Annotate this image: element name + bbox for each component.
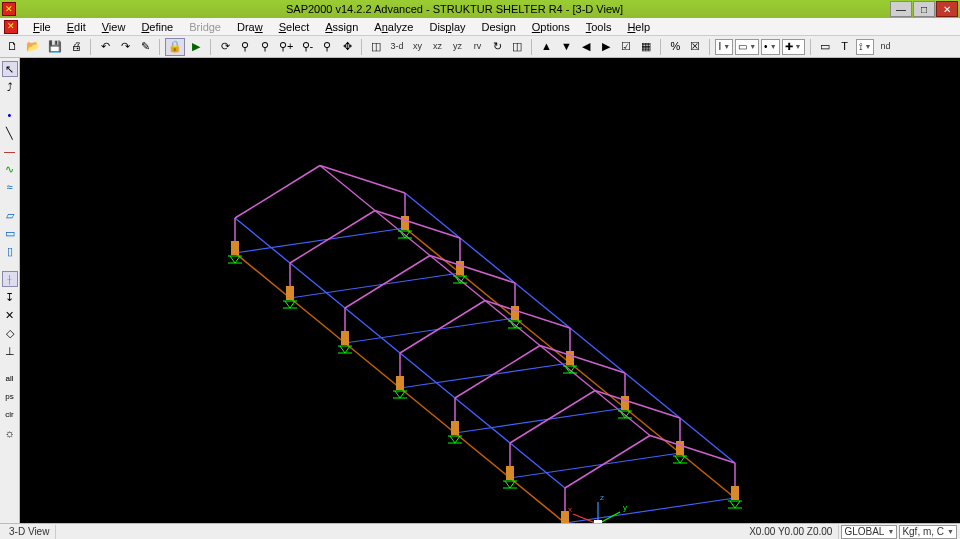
svg-line-60 [510, 453, 680, 478]
assign-i-icon: I [718, 41, 721, 52]
nudge-button[interactable]: nd [876, 38, 894, 56]
undo-button[interactable]: ↶ [96, 38, 114, 56]
move-down-button[interactable]: ▼ [557, 38, 575, 56]
status-units-dropdown[interactable]: Kgf, m, C▼ [899, 525, 957, 539]
rubberband-button[interactable]: ⟳ [216, 38, 234, 56]
save-button[interactable]: 💾 [45, 38, 65, 56]
quick-secondary-tool[interactable]: ≈ [2, 179, 18, 195]
down-icon: ▼ [561, 41, 572, 52]
assign-i-dropdown[interactable]: I▼ [715, 39, 733, 55]
rotate-3d-button[interactable]: ↻ [488, 38, 506, 56]
snap3-icon: ✕ [5, 310, 14, 321]
intersect-select-tool[interactable]: ☼ [2, 425, 18, 441]
status-coordinates: X0.00 Y0.00 Z0.00 [743, 525, 839, 539]
draw-special-joint-tool[interactable]: • [2, 107, 18, 123]
view-3d-button[interactable]: 3-d [387, 38, 406, 56]
menu-view[interactable]: View [95, 20, 133, 34]
svg-line-43 [345, 256, 430, 309]
model-view-3d[interactable]: x y z [20, 58, 960, 523]
draw-rect-area-tool[interactable]: ▭ [2, 225, 18, 241]
move-right-button[interactable]: ▶ [597, 38, 615, 56]
snap4-icon: ◇ [6, 328, 14, 339]
showall-icon: ☒ [690, 41, 700, 52]
run-analysis-button[interactable]: ▶ [187, 38, 205, 56]
menu-help[interactable]: Help [620, 20, 657, 34]
menu-display[interactable]: Display [422, 20, 472, 34]
pointer-tool[interactable]: ↖ [2, 61, 18, 77]
reshape-tool[interactable]: ⤴ [2, 79, 18, 95]
line2-icon: — [4, 146, 15, 157]
prev-select-tool[interactable]: ps [2, 389, 18, 405]
object-shrink-button[interactable]: ☑ [617, 38, 635, 56]
rubberband-icon: ⟳ [221, 41, 230, 52]
pan-button[interactable]: ✥ [338, 38, 356, 56]
perspective-button[interactable]: ◫ [508, 38, 526, 56]
print-button[interactable]: 🖨 [67, 38, 85, 56]
draw-poly-area-tool[interactable]: ▱ [2, 207, 18, 223]
menu-select[interactable]: Select [272, 20, 317, 34]
clear-select-tool[interactable]: clr [2, 407, 18, 423]
set-display-button[interactable]: ◫ [367, 38, 385, 56]
menu-tools[interactable]: Tools [579, 20, 619, 34]
svg-line-48 [400, 301, 485, 354]
zoom-all-icon: ⚲ [323, 41, 331, 52]
status-coord-system-dropdown[interactable]: GLOBAL▼ [841, 525, 897, 539]
menu-define[interactable]: Define [134, 20, 180, 34]
window-close-button[interactable]: ✕ [936, 1, 958, 17]
window-maximize-button[interactable]: □ [913, 1, 935, 17]
move-left-button[interactable]: ◀ [577, 38, 595, 56]
snap-line-tool[interactable]: ⊥ [2, 343, 18, 359]
assign-r-dropdown[interactable]: ✚▼ [782, 39, 805, 55]
snap-point-tool[interactable]: ⟊ [2, 271, 18, 287]
menu-file[interactable]: File [26, 20, 58, 34]
grid2-icon: ▦ [641, 41, 651, 52]
menu-options[interactable]: Options [525, 20, 577, 34]
open-button[interactable]: 📂 [23, 38, 43, 56]
zoom-restore-button[interactable]: ⚲ [236, 38, 254, 56]
zoom-in-button[interactable]: ⚲+ [276, 38, 296, 56]
snap-perp-tool[interactable]: ◇ [2, 325, 18, 341]
frame1-button[interactable]: ▭ [816, 38, 834, 56]
view-rv-button[interactable]: rv [468, 38, 486, 56]
zoom-prev-button[interactable]: ⚲ [256, 38, 274, 56]
menu-analyze[interactable]: Analyze [367, 20, 420, 34]
display-icon: ◫ [371, 41, 381, 52]
svg-line-12 [515, 283, 570, 328]
quick-brace-tool[interactable]: ∿ [2, 161, 18, 177]
menu-draw[interactable]: Draw [230, 20, 270, 34]
reshape-icon: ⤴ [7, 82, 13, 93]
redo-button[interactable]: ↷ [116, 38, 134, 56]
set-limits-button[interactable]: % [666, 38, 684, 56]
clr-label: clr [5, 411, 13, 419]
select-all-tool[interactable]: all [2, 371, 18, 387]
new-button[interactable]: 🗋 [3, 38, 21, 56]
svg-line-45 [345, 318, 515, 343]
snap-intersect-tool[interactable]: ✕ [2, 307, 18, 323]
menu-edit[interactable]: Edit [60, 20, 93, 34]
view-xy-button[interactable]: xy [408, 38, 426, 56]
move-up-button[interactable]: ▲ [537, 38, 555, 56]
element-label-button[interactable]: ▦ [637, 38, 655, 56]
workspace: ↖ ⤴ • ╲ — ∿ ≈ ▱ ▭ ▯ ⟊ ↧ ✕ ◇ ⊥ all ps clr… [0, 58, 960, 523]
frame-t-button[interactable]: T [836, 38, 854, 56]
quick-frame-tool[interactable]: — [2, 143, 18, 159]
quick-area-tool[interactable]: ▯ [2, 243, 18, 259]
snap-midpoint-tool[interactable]: ↧ [2, 289, 18, 305]
lock-button[interactable]: 🔒 [165, 38, 185, 56]
show-undeformed-button[interactable]: ☒ [686, 38, 704, 56]
draw-frame-tool[interactable]: ╲ [2, 125, 18, 141]
menu-design[interactable]: Design [475, 20, 523, 34]
view-xz-button[interactable]: xz [428, 38, 446, 56]
rectarea2-icon: ▯ [7, 246, 13, 257]
zoom-all-button[interactable]: ⚲ [318, 38, 336, 56]
reshape-button[interactable]: ✎ [136, 38, 154, 56]
assign-j-dropdown[interactable]: ▭▼ [735, 39, 759, 55]
zoom-out-icon: ⚲- [302, 41, 314, 52]
window-minimize-button[interactable]: — [890, 1, 912, 17]
view-3d-label: 3-d [390, 42, 403, 51]
view-yz-button[interactable]: yz [448, 38, 466, 56]
ruler-dropdown[interactable]: ⟟▼ [856, 39, 875, 55]
assign-h-dropdown[interactable]: •▼ [761, 39, 779, 55]
menu-assign[interactable]: Assign [318, 20, 365, 34]
zoom-out-button[interactable]: ⚲- [298, 38, 316, 56]
